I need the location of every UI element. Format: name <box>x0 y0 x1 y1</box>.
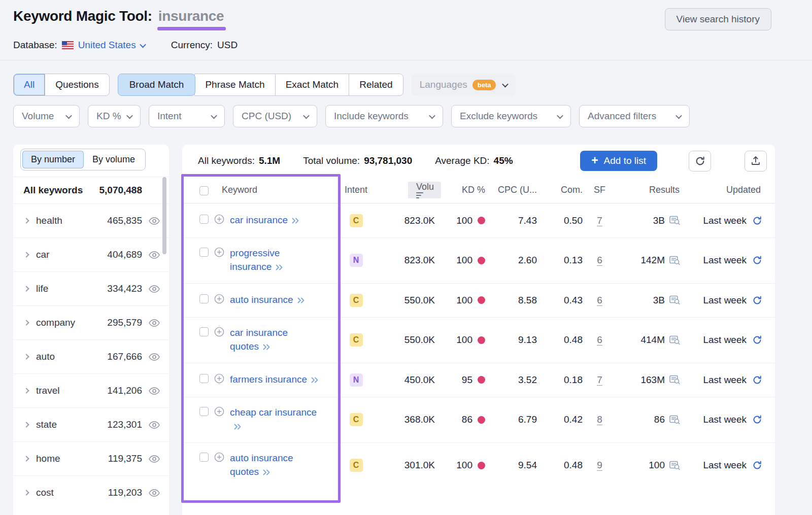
expand-keyword-icon[interactable] <box>262 340 270 354</box>
expand-keyword-icon[interactable] <box>311 373 319 387</box>
keyword-link[interactable]: farmers insurance <box>230 373 319 387</box>
refresh-metrics-icon[interactable] <box>753 216 762 225</box>
serp-preview-icon[interactable] <box>669 335 681 345</box>
eye-icon[interactable] <box>149 421 160 429</box>
tab-broad-match[interactable]: Broad Match <box>118 74 196 96</box>
add-keyword-icon[interactable] <box>214 247 224 257</box>
serp-features-count[interactable]: 8 <box>597 414 602 425</box>
expand-keyword-icon[interactable] <box>291 214 299 228</box>
serp-preview-icon[interactable] <box>669 461 681 470</box>
refresh-button[interactable] <box>689 151 711 171</box>
sidebar-group-travel[interactable]: travel141,206 <box>13 373 169 407</box>
column-keyword[interactable]: Keyword <box>222 185 257 195</box>
sidebar-group-car[interactable]: car404,689 <box>13 237 169 271</box>
tab-exact-match[interactable]: Exact Match <box>276 74 350 95</box>
add-keyword-icon[interactable] <box>214 406 224 417</box>
column-kd[interactable]: KD % <box>441 177 489 203</box>
database-selector[interactable]: United States <box>78 40 145 51</box>
serp-features-count[interactable]: 9 <box>597 460 602 471</box>
column-updated[interactable]: Updated <box>690 177 775 203</box>
keyword-link[interactable]: car insurance quotes <box>230 326 319 354</box>
filter-kd[interactable]: KD % <box>88 105 141 127</box>
keyword-link[interactable]: cheap car insurance <box>230 406 319 434</box>
refresh-metrics-icon[interactable] <box>753 256 762 265</box>
eye-icon[interactable] <box>149 455 160 463</box>
sidebar-group-home[interactable]: home119,375 <box>13 441 169 475</box>
column-cpc[interactable]: CPC (U... <box>489 177 540 203</box>
column-intent[interactable]: Intent <box>340 177 373 203</box>
serp-features-count[interactable]: 6 <box>597 295 602 306</box>
serp-preview-icon[interactable] <box>669 295 681 305</box>
export-button[interactable] <box>745 151 767 171</box>
tab-phrase-match[interactable]: Phrase Match <box>195 74 275 95</box>
row-checkbox[interactable] <box>199 248 209 257</box>
sidebar-group-company[interactable]: company295,579 <box>13 305 169 339</box>
sidebar-group-state[interactable]: state123,301 <box>13 407 169 441</box>
sidebar-group-health[interactable]: health465,835 <box>13 203 169 237</box>
keyword-link[interactable]: car insurance <box>230 214 319 228</box>
add-keyword-icon[interactable] <box>214 214 224 224</box>
sidebar-group-life[interactable]: life334,423 <box>13 271 169 305</box>
serp-features-count[interactable]: 6 <box>597 334 602 346</box>
serp-preview-icon[interactable] <box>669 216 681 225</box>
column-serp-features[interactable]: SF <box>586 177 614 203</box>
filter-advanced-filters[interactable]: Advanced filters <box>579 105 690 127</box>
eye-icon[interactable] <box>149 353 160 361</box>
refresh-metrics-icon[interactable] <box>753 375 762 385</box>
expand-keyword-icon[interactable] <box>297 294 305 307</box>
view-search-history-button[interactable]: View search history <box>665 8 771 30</box>
row-checkbox[interactable] <box>199 453 209 462</box>
tab-questions[interactable]: Questions <box>45 74 109 95</box>
tab-all[interactable]: All <box>14 74 45 95</box>
row-checkbox[interactable] <box>199 294 209 303</box>
add-keyword-icon[interactable] <box>214 452 224 462</box>
refresh-metrics-icon[interactable] <box>753 415 762 424</box>
column-volume[interactable]: Volu <box>408 182 441 199</box>
filter-exclude-keywords[interactable]: Exclude keywords <box>451 105 571 127</box>
sidebar-group-auto[interactable]: auto167,666 <box>13 339 169 373</box>
eye-icon[interactable] <box>149 285 160 293</box>
refresh-metrics-icon[interactable] <box>753 335 762 345</box>
expand-keyword-icon[interactable] <box>262 466 270 479</box>
toggle-by-number[interactable]: By number <box>22 151 84 168</box>
expand-keyword-icon[interactable] <box>233 420 242 434</box>
add-keyword-icon[interactable] <box>214 373 224 384</box>
serp-preview-icon[interactable] <box>669 415 681 425</box>
filter-cpc-usd[interactable]: CPC (USD) <box>233 105 317 127</box>
sidebar-scrollbar[interactable] <box>162 177 166 254</box>
eye-icon[interactable] <box>149 251 160 259</box>
column-results[interactable]: Results <box>614 177 690 203</box>
expand-keyword-icon[interactable] <box>275 261 283 274</box>
refresh-metrics-icon[interactable] <box>753 461 762 470</box>
row-checkbox[interactable] <box>199 407 209 416</box>
serp-features-count[interactable]: 7 <box>597 374 602 386</box>
tab-related[interactable]: Related <box>349 74 403 95</box>
serp-features-count[interactable]: 6 <box>597 255 602 266</box>
eye-icon[interactable] <box>149 319 160 327</box>
select-all-checkbox[interactable] <box>199 186 209 195</box>
eye-icon[interactable] <box>149 489 160 497</box>
serp-preview-icon[interactable] <box>669 256 681 265</box>
row-checkbox[interactable] <box>199 215 209 224</box>
filter-include-keywords[interactable]: Include keywords <box>325 105 443 127</box>
filter-volume[interactable]: Volume <box>13 105 80 127</box>
row-checkbox[interactable] <box>199 374 209 383</box>
keyword-link[interactable]: progressive insurance <box>230 247 319 274</box>
add-keyword-icon[interactable] <box>214 294 224 304</box>
add-to-list-button[interactable]: + Add to list <box>580 151 657 171</box>
add-keyword-icon[interactable] <box>214 327 224 337</box>
refresh-metrics-icon[interactable] <box>753 296 762 305</box>
eye-icon[interactable] <box>149 387 160 395</box>
toggle-by-volume[interactable]: By volume <box>84 151 144 168</box>
sidebar-group-cost[interactable]: cost119,203 <box>13 475 169 509</box>
filter-intent[interactable]: Intent <box>149 105 225 127</box>
serp-features-count[interactable]: 7 <box>597 215 602 226</box>
keyword-link[interactable]: auto insurance quotes <box>230 452 319 479</box>
column-competition[interactable]: Com. <box>540 177 586 203</box>
eye-icon[interactable] <box>149 217 160 225</box>
keyword-link[interactable]: auto insurance <box>230 293 319 307</box>
sidebar-all-keywords[interactable]: All keywords 5,070,488 <box>13 177 169 203</box>
languages-dropdown[interactable]: Languages beta <box>412 74 516 96</box>
row-checkbox[interactable] <box>199 327 209 336</box>
serp-preview-icon[interactable] <box>669 375 681 385</box>
